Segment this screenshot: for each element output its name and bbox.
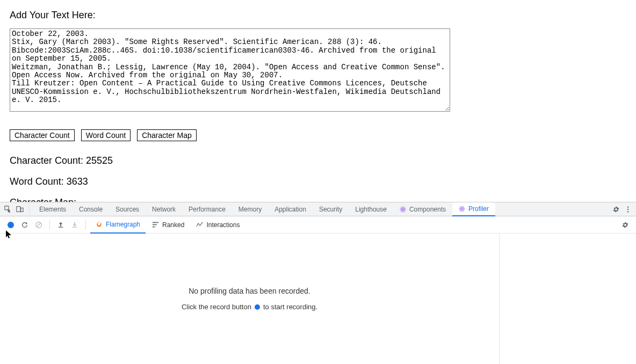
tab-console[interactable]: Console — [73, 202, 109, 216]
react-icon — [459, 206, 465, 212]
tab-performance[interactable]: Performance — [182, 202, 232, 216]
text-input[interactable] — [10, 28, 450, 112]
word-count-button[interactable]: Word Count — [81, 129, 131, 141]
tab-application[interactable]: Application — [268, 202, 313, 216]
inspect-element-icon[interactable] — [2, 202, 14, 216]
tab-elements[interactable]: Elements — [33, 202, 73, 216]
profiler-side-panel — [499, 234, 636, 364]
tab-performance-label: Performance — [189, 206, 226, 213]
more-icon[interactable] — [622, 202, 634, 216]
load-profile-icon[interactable] — [54, 219, 67, 231]
profiler-body: No profiling data has been recorded. Cli… — [0, 234, 636, 364]
empty-state-line2: Click the record button to start recordi… — [182, 303, 317, 311]
tab-elements-label: Elements — [39, 206, 66, 213]
app-content: Add Your Text Here: Character Count Word… — [0, 0, 636, 208]
svg-rect-16 — [73, 227, 77, 227]
svg-rect-1 — [21, 208, 23, 212]
svg-point-11 — [627, 208, 628, 209]
tab-network-label: Network — [152, 206, 176, 213]
clear-icon[interactable] — [32, 219, 45, 231]
profiler-tab-flamegraph[interactable]: Flamegraph — [90, 216, 146, 234]
devtools-panel: Elements Console Sources Network Perform… — [0, 202, 636, 364]
character-map-button[interactable]: Character Map — [137, 129, 197, 141]
character-count-button[interactable]: Character Count — [10, 129, 75, 141]
svg-rect-0 — [17, 206, 20, 212]
tab-sources[interactable]: Sources — [109, 202, 146, 216]
profiler-tab-interactions[interactable]: Interactions — [191, 216, 245, 234]
record-button[interactable] — [4, 219, 17, 231]
separator — [85, 220, 86, 230]
svg-point-3 — [400, 208, 406, 210]
devtools-right-controls — [610, 202, 634, 216]
profiler-toolbar: Flamegraph Ranked Interactions — [0, 216, 636, 234]
ranked-label: Ranked — [162, 221, 184, 229]
word-count-value: 3633 — [67, 176, 88, 187]
svg-line-14 — [37, 223, 41, 227]
devtools-tab-strip: Elements Console Sources Network Perform… — [0, 202, 636, 216]
tab-lighthouse-label: Lighthouse — [355, 206, 387, 213]
tab-application-label: Application — [274, 206, 306, 213]
tab-lighthouse[interactable]: Lighthouse — [349, 202, 393, 216]
word-count-output: Word Count: 3633 — [10, 176, 626, 187]
react-icon — [400, 206, 406, 213]
svg-rect-19 — [153, 227, 155, 228]
tab-network[interactable]: Network — [146, 202, 182, 216]
svg-rect-18 — [153, 224, 157, 225]
separator — [29, 205, 30, 214]
svg-point-10 — [627, 206, 628, 207]
tab-memory[interactable]: Memory — [232, 202, 268, 216]
tab-memory-label: Memory — [238, 206, 262, 213]
tab-console-label: Console — [79, 206, 103, 213]
reload-icon[interactable] — [18, 219, 31, 231]
flame-icon — [96, 221, 103, 228]
tab-components[interactable]: Components — [393, 202, 452, 216]
flamegraph-label: Flamegraph — [106, 221, 140, 228]
record-dot-icon — [255, 304, 260, 310]
save-profile-icon[interactable] — [68, 219, 81, 231]
profiler-empty-state: No profiling data has been recorded. Cli… — [0, 234, 499, 364]
interactions-label: Interactions — [206, 221, 240, 229]
svg-rect-17 — [153, 222, 158, 223]
app-heading: Add Your Text Here: — [10, 10, 626, 21]
settings-icon[interactable] — [610, 202, 622, 216]
button-row: Character Count Word Count Character Map — [10, 129, 626, 141]
tab-components-label: Components — [409, 206, 446, 213]
empty-state-line1: No profiling data has been recorded. — [189, 287, 310, 295]
character-count-output: Character Count: 25525 — [10, 155, 626, 166]
svg-point-12 — [627, 211, 628, 212]
empty-state-line2a: Click the record button — [182, 303, 251, 311]
tab-sources-label: Sources — [115, 206, 139, 213]
profiler-toolbar-right — [619, 219, 632, 231]
tab-profiler[interactable]: Profiler — [452, 202, 495, 216]
tab-security[interactable]: Security — [313, 202, 349, 216]
separator — [49, 220, 50, 230]
profiler-tab-ranked[interactable]: Ranked — [147, 216, 190, 234]
ranked-icon — [152, 221, 159, 228]
word-count-label: Word Count: — [10, 176, 67, 187]
svg-point-7 — [459, 207, 465, 209]
character-count-label: Character Count: — [10, 155, 86, 166]
tab-security-label: Security — [319, 206, 342, 213]
svg-rect-15 — [59, 227, 63, 227]
tab-profiler-label: Profiler — [468, 205, 489, 213]
device-toolbar-icon[interactable] — [14, 202, 26, 216]
character-count-value: 25525 — [86, 155, 113, 166]
empty-state-line2b: to start recording. — [263, 303, 317, 311]
interactions-icon — [196, 221, 203, 228]
profiler-settings-icon[interactable] — [619, 219, 632, 231]
